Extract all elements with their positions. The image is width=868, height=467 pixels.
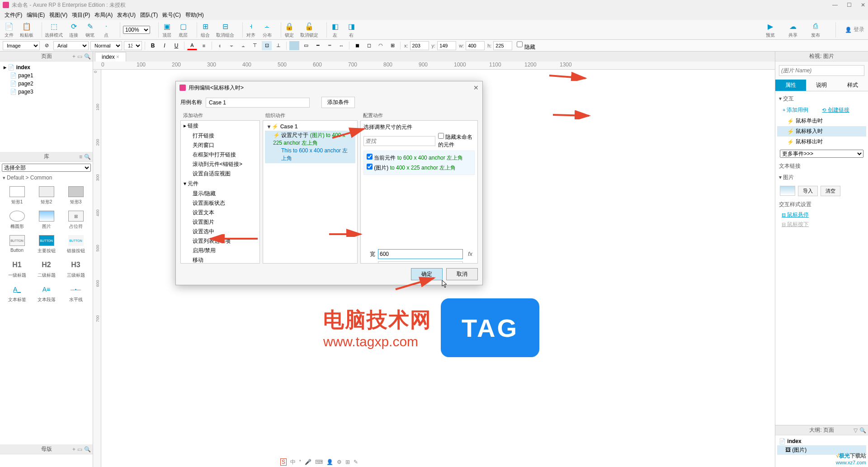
action-item[interactable]: 移动 [181,255,259,263]
cancel-button[interactable]: 取消 [446,268,478,280]
case-editor-dialog: 用例编辑<鼠标移入时> ✕ 用例名称 添加条件 添加动作 组织动作 配置动作 ▸… [175,81,483,285]
hide-unnamed-checkbox[interactable] [438,133,444,139]
width-input[interactable] [378,249,463,259]
case-name-input[interactable] [206,98,310,108]
ime-toolbar: S 中❜🎤⌨👤⚙⊞✎ [280,457,358,467]
ok-button[interactable]: 确定 [411,268,443,280]
configure-panel: 选择调整尺寸的元件 隐藏未命名的元件 当前元件 to 600 x 400 anc… [360,120,478,264]
actions-tree: ▸ 链接 打开链接 关闭窗口 在框架中打开链接 滚动到元件<锚链接> 设置自适应… [180,120,260,264]
action-item[interactable]: 打开链接 [181,131,259,141]
tree-group-links[interactable]: ▸ 链接 [181,121,259,131]
action-item[interactable]: 启用/禁用 [181,246,259,255]
action-item[interactable]: 滚动到元件<锚链接> [181,160,259,169]
action-item[interactable]: 设置自适应视图 [181,169,259,179]
organize-panel: ▾ ⚡ Case 1 ⚡ 设置尺寸于 (图片) to 400 x 225 anc… [263,120,358,264]
dialog-close-button[interactable]: ✕ [473,84,479,91]
action-item[interactable]: 设置面板状态 [181,198,259,208]
org-action[interactable]: ⚡ 设置尺寸于 (图片) to 400 x 225 anchor 左上角 Thi… [265,131,355,163]
cfg-target-current[interactable]: 当前元件 to 600 x 400 anchor 左上角 [366,153,472,163]
action-item[interactable]: 设置图片 [181,217,259,227]
dialog-title: 用例编辑<鼠标移入时> [189,84,244,92]
dialog-overlay: 用例编辑<鼠标移入时> ✕ 用例名称 添加条件 添加动作 组织动作 配置动作 ▸… [0,0,868,467]
action-item[interactable]: 设置选中 [181,227,259,236]
add-condition-button[interactable]: 添加条件 [321,97,355,108]
fx-button[interactable]: fx [466,251,475,257]
action-item[interactable]: 关闭窗口 [181,141,259,150]
footer-logo: √极光下载站 www.xz7.com [836,451,866,465]
action-item[interactable]: 显示/隐藏 [181,189,259,198]
org-case[interactable]: ▾ ⚡ Case 1 [265,123,355,131]
cursor-icon [442,280,448,288]
case-name-label: 用例名称 [180,99,202,106]
dialog-logo-icon [179,85,186,91]
action-item[interactable]: 设置列表选中项 [181,236,259,246]
action-item[interactable]: 在框架中打开链接 [181,150,259,160]
cfg-target-image[interactable]: (图片) to 400 x 225 anchor 左上角 [366,163,472,173]
tree-group-widgets[interactable]: ▾ 元件 [181,179,259,189]
cfg-search-input[interactable] [363,136,435,146]
cfg-heading: 选择调整尺寸的元件 [363,123,475,131]
action-item[interactable]: 设置文本 [181,208,259,217]
